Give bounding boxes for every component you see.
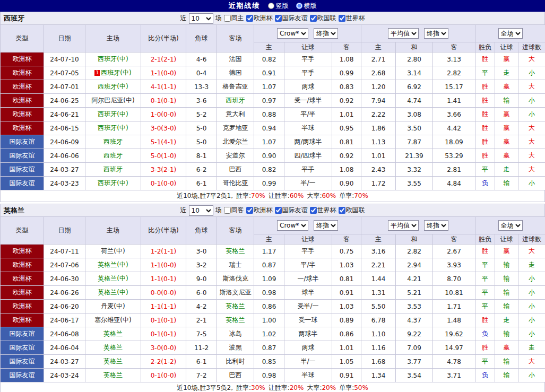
- score-cell[interactable]: 0-0(0-0): [141, 286, 186, 300]
- home-team-cell[interactable]: 西班牙(中): [85, 53, 141, 66]
- home-team-cell[interactable]: 1西班牙(中): [85, 66, 141, 80]
- away-team-cell[interactable]: 波黑: [217, 341, 254, 355]
- horizontal-radio[interactable]: [296, 3, 302, 9]
- score-cell[interactable]: 0-1(0-1): [141, 313, 186, 327]
- score-cell[interactable]: 1-1(0-0): [141, 66, 186, 80]
- home-team-cell[interactable]: 西班牙: [85, 149, 141, 163]
- home-team-cell[interactable]: 西班牙: [85, 135, 141, 149]
- same-home-checkbox[interactable]: [224, 15, 231, 22]
- away-team-cell[interactable]: 安道尔: [217, 149, 254, 163]
- layout-horizontal-option[interactable]: 横版: [296, 2, 317, 11]
- league-filter-worldcup[interactable]: 世界杯: [339, 14, 365, 23]
- home-team-cell[interactable]: 西班牙(中): [85, 108, 141, 121]
- away-team-cell[interactable]: 西班牙: [217, 94, 254, 108]
- final-index-select-2[interactable]: 终指: [424, 220, 448, 231]
- odds-source-select[interactable]: Crow*: [277, 28, 308, 39]
- away-team-cell[interactable]: 北爱尔兰: [217, 135, 254, 149]
- worldcup-checkbox[interactable]: [339, 15, 345, 22]
- home-team-cell[interactable]: 西班牙(中): [85, 177, 141, 190]
- league-filter-worldcup[interactable]: 世界杯: [310, 206, 336, 215]
- league-filter-friendly[interactable]: 国际友谊: [275, 206, 308, 215]
- final-index-select[interactable]: 终指: [314, 220, 338, 231]
- friendly-checkbox[interactable]: [275, 207, 282, 214]
- away-team-cell[interactable]: 德国: [217, 66, 254, 80]
- away-team-cell[interactable]: 瑞士: [217, 258, 254, 272]
- away-team-cell[interactable]: 英格兰: [217, 313, 254, 327]
- vertical-radio[interactable]: [268, 3, 274, 9]
- away-team-cell[interactable]: 英格兰: [217, 245, 254, 258]
- home-team-cell[interactable]: 阿尔巴尼亚(中): [85, 94, 141, 108]
- home-team-cell[interactable]: 塞尔维亚(中): [85, 313, 141, 327]
- home-team-cell[interactable]: 西班牙(中): [85, 121, 141, 135]
- score-cell[interactable]: 1-1(0-0): [141, 258, 186, 272]
- league-filter-friendly[interactable]: 国际友谊: [275, 14, 308, 23]
- score-cell[interactable]: 1-2(1-1): [141, 245, 186, 258]
- home-team-cell[interactable]: 英格兰(中): [85, 258, 141, 272]
- away-team-cell[interactable]: 意大利: [217, 108, 254, 121]
- score-cell[interactable]: 5-1(4-1): [141, 135, 186, 149]
- score-cell[interactable]: 2-2(1-2): [141, 355, 186, 369]
- average-select[interactable]: 平均值: [388, 28, 419, 39]
- worldcup-checkbox[interactable]: [310, 207, 317, 214]
- score-cell[interactable]: 1-1(1-1): [141, 300, 186, 313]
- away-team-cell[interactable]: 比利时: [217, 355, 254, 369]
- score-cell[interactable]: 4-1(1-1): [141, 80, 186, 94]
- full-match-select[interactable]: 全场: [498, 28, 523, 39]
- nations-checkbox[interactable]: [339, 207, 345, 214]
- league-filter-euro[interactable]: 欧洲杯: [246, 206, 273, 215]
- score-cell[interactable]: 3-0(0-0): [141, 341, 186, 355]
- home-team-cell[interactable]: 荷兰(中): [85, 245, 141, 258]
- home-team-cell[interactable]: 英格兰(中): [85, 286, 141, 300]
- league-filter-nations[interactable]: 欧国联: [339, 206, 365, 215]
- score-cell[interactable]: 5-0(1-0): [141, 149, 186, 163]
- away-team-cell[interactable]: 巴西: [217, 369, 254, 382]
- away-team-cell[interactable]: 哥伦比亚: [217, 177, 254, 190]
- euro-checkbox[interactable]: [246, 15, 253, 22]
- odds-source-select[interactable]: Crow*: [277, 220, 308, 231]
- home-team-cell[interactable]: 英格兰: [85, 355, 141, 369]
- home-team-cell[interactable]: 丹麦(中): [85, 300, 141, 313]
- avg-draw-odds-cell: 4.74: [396, 94, 433, 108]
- average-select[interactable]: 平均值: [388, 220, 419, 231]
- goals-result-cell: 小: [518, 177, 545, 190]
- score-cell[interactable]: 0-1(0-1): [141, 94, 186, 108]
- home-team-cell[interactable]: 英格兰: [85, 327, 141, 341]
- full-match-select[interactable]: 全场: [498, 220, 523, 231]
- final-index-select-2[interactable]: 终指: [424, 28, 448, 39]
- league-filter-nations[interactable]: 欧国联: [310, 14, 336, 23]
- same-away-checkbox[interactable]: [224, 207, 231, 214]
- same-home-filter[interactable]: 同主: [224, 14, 244, 23]
- home-team-cell[interactable]: 西班牙(中): [85, 80, 141, 94]
- score-cell[interactable]: 0-1(0-0): [141, 177, 186, 190]
- score-cell[interactable]: 0-1(0-1): [141, 327, 186, 341]
- home-team-cell[interactable]: 英格兰(中): [85, 272, 141, 286]
- score-cell[interactable]: 3-0(3-0): [141, 121, 186, 135]
- away-team-cell[interactable]: 冰岛: [217, 327, 254, 341]
- date-cell: 24-03-24: [44, 369, 85, 382]
- euro-checkbox[interactable]: [246, 207, 253, 214]
- friendly-checkbox[interactable]: [275, 15, 282, 22]
- away-team-cell[interactable]: 英格兰: [217, 300, 254, 313]
- score-cell[interactable]: 0-1(0-0): [141, 369, 186, 382]
- league-filter-euro[interactable]: 欧洲杯: [246, 14, 273, 23]
- home-team-cell[interactable]: 西班牙: [85, 163, 141, 177]
- match-count-select[interactable]: 10: [189, 13, 213, 24]
- nations-checkbox[interactable]: [310, 15, 317, 22]
- away-team-cell[interactable]: 克罗地亚: [217, 121, 254, 135]
- home-team-cell[interactable]: 英格兰: [85, 341, 141, 355]
- layout-vertical-option[interactable]: 竖版: [268, 2, 289, 11]
- score-cell[interactable]: 1-0(0-0): [141, 108, 186, 121]
- away-team-cell[interactable]: 法国: [217, 53, 254, 66]
- score-cell[interactable]: 2-1(2-1): [141, 53, 186, 66]
- same-away-filter[interactable]: 同客: [224, 206, 244, 215]
- col-away: 客场: [217, 217, 254, 245]
- away-team-cell[interactable]: 巴西: [217, 163, 254, 177]
- score-cell[interactable]: 1-1(0-1): [141, 272, 186, 286]
- final-index-select[interactable]: 终指: [314, 28, 338, 39]
- away-team-cell[interactable]: 斯洛伐克: [217, 272, 254, 286]
- away-team-cell[interactable]: 斯洛文尼亚: [217, 286, 254, 300]
- score-cell[interactable]: 3-3(2-1): [141, 163, 186, 177]
- home-team-cell[interactable]: 英格兰: [85, 369, 141, 382]
- away-team-cell[interactable]: 格鲁吉亚: [217, 80, 254, 94]
- match-count-select[interactable]: 10: [189, 205, 213, 216]
